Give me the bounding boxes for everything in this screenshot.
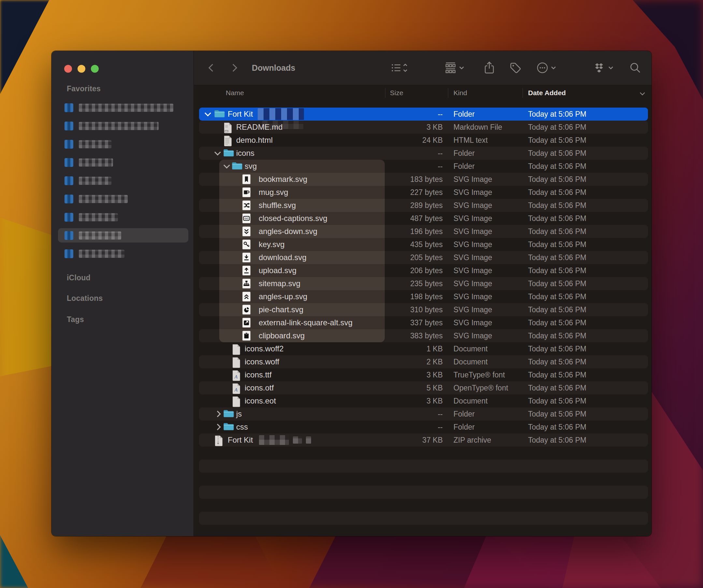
file-date-added: Today at 5:06 PM: [528, 173, 587, 186]
more-options-button[interactable]: [537, 51, 557, 85]
column-header-date-added[interactable]: Date Added: [528, 85, 566, 101]
table-row[interactable]: angles-up.svg198 bytesSVG ImageToday at …: [194, 290, 651, 303]
column-header-kind[interactable]: Kind: [454, 85, 467, 101]
tag-button[interactable]: [509, 51, 522, 85]
table-row[interactable]: Fort Kit--FolderToday at 5:06 PM: [194, 107, 651, 121]
file-list: Fort Kit--FolderToday at 5:06 PMMDREADME…: [194, 101, 651, 536]
file-name: icons.woff: [245, 355, 279, 368]
sidebar-item-favorite[interactable]: [58, 155, 188, 169]
table-row[interactable]: icons.eot3 KBDocumentToday at 5:06 PM: [194, 394, 651, 408]
sort-direction-chevron-icon[interactable]: [639, 92, 646, 97]
table-row[interactable]: upload.svg206 bytesSVG ImageToday at 5:0…: [194, 264, 651, 277]
table-row[interactable]: Aicons.otf5 KBOpenType® fontToday at 5:0…: [194, 381, 651, 394]
file-date-added: Today at 5:06 PM: [528, 134, 587, 147]
column-divider[interactable]: [448, 88, 448, 98]
window-title: Downloads: [252, 51, 295, 85]
table-row[interactable]: icons--FolderToday at 5:06 PM: [194, 147, 651, 160]
zoom-button[interactable]: [91, 65, 99, 73]
disclosure-down-icon[interactable]: [205, 110, 211, 117]
table-row[interactable]: js--FolderToday at 5:06 PM: [194, 408, 651, 421]
redacted-name-block: [306, 436, 311, 444]
close-button[interactable]: [64, 65, 72, 73]
file-date-added: Today at 5:06 PM: [528, 186, 587, 199]
disclosure-down-icon[interactable]: [214, 149, 221, 155]
table-row[interactable]: shuffle.svg289 bytesSVG ImageToday at 5:…: [194, 199, 651, 212]
sidebar-item-favorite[interactable]: [58, 137, 188, 151]
sidebar-item-redacted-label: [79, 231, 121, 239]
file-size: 3 KB: [376, 121, 443, 134]
favorites-section-label: Favorites: [67, 84, 101, 93]
table-row[interactable]: MDREADME.md3 KBMarkdown FileToday at 5:0…: [194, 121, 651, 134]
table-row[interactable]: bookmark.svg183 bytesSVG ImageToday at 5…: [194, 173, 651, 186]
file-size: --: [376, 160, 443, 173]
table-row[interactable]: Aicons.ttf3 KBTrueType® fontToday at 5:0…: [194, 368, 651, 381]
zip-icon: [214, 435, 224, 448]
file-kind: SVG Image: [454, 329, 492, 342]
file-kind: SVG Image: [454, 199, 492, 212]
file-name: download.svg: [259, 251, 307, 264]
share-button[interactable]: [484, 51, 495, 85]
table-row[interactable]: clipboard.svg383 bytesSVG ImageToday at …: [194, 329, 651, 342]
table-row[interactable]: icons.woff2 KBDocumentToday at 5:06 PM: [194, 355, 651, 368]
sidebar-item-icon: [65, 195, 73, 203]
group-view-button[interactable]: [445, 51, 466, 85]
table-row[interactable]: angles-down.svg196 bytesSVG ImageToday a…: [194, 225, 651, 238]
column-header-name[interactable]: Name: [226, 85, 244, 101]
table-row[interactable]: pie-chart.svg310 bytesSVG ImageToday at …: [194, 303, 651, 316]
file-date-added: Today at 5:06 PM: [528, 199, 587, 212]
file-name: css: [236, 421, 248, 434]
sidebar-item-redacted-label: [79, 213, 118, 221]
table-row[interactable]: css--FolderToday at 5:06 PM: [194, 421, 651, 434]
dropbox-button[interactable]: [593, 51, 615, 85]
minimize-button[interactable]: [78, 65, 85, 73]
table-row[interactable]: demo.html24 KBHTML textToday at 5:06 PM: [194, 134, 651, 147]
file-date-added: Today at 5:06 PM: [528, 394, 587, 408]
table-row[interactable]: Fort Kit37 KBZIP archiveToday at 5:06 PM: [194, 434, 651, 447]
disclosure-right-icon[interactable]: [214, 424, 221, 430]
file-name: mug.svg: [259, 186, 288, 199]
table-row[interactable]: download.svg205 bytesSVG ImageToday at 5…: [194, 251, 651, 264]
sidebar-item-redacted-label: [79, 195, 128, 203]
forward-button[interactable]: [230, 51, 239, 85]
sidebar-item-favorite[interactable]: [58, 100, 188, 115]
sidebar-item-favorite[interactable]: [58, 173, 188, 188]
column-divider[interactable]: [385, 88, 385, 98]
file-size: --: [376, 107, 443, 121]
file-date-added: Today at 5:06 PM: [528, 303, 587, 316]
disclosure-right-icon[interactable]: [214, 411, 221, 417]
table-row[interactable]: CCclosed-captions.svg487 bytesSVG ImageT…: [194, 212, 651, 225]
disclosure-down-icon[interactable]: [224, 162, 230, 168]
file-name: icons.ttf: [245, 368, 272, 381]
sidebar-item-favorite[interactable]: [58, 119, 188, 133]
file-name: angles-down.svg: [259, 225, 317, 238]
sidebar-item-favorite[interactable]: [58, 210, 188, 224]
table-row[interactable]: external-link-square-alt.svg337 bytesSVG…: [194, 316, 651, 329]
sidebar: Favorites iCloud Locations Tags: [52, 51, 194, 536]
sidebar-item-favorite[interactable]: [58, 228, 188, 242]
svg-cc-icon: CC: [242, 214, 250, 225]
sidebar-item-redacted-label: [79, 104, 173, 112]
file-name: upload.svg: [259, 264, 297, 277]
table-row[interactable]: sitemap.svg235 bytesSVG ImageToday at 5:…: [194, 277, 651, 290]
sidebar-item-favorite[interactable]: [58, 246, 188, 261]
column-header-size[interactable]: Size: [390, 85, 403, 101]
table-row[interactable]: icons.woff21 KBDocumentToday at 5:06 PM: [194, 342, 651, 355]
sidebar-item-favorite[interactable]: [58, 192, 188, 206]
file-date-added: Today at 5:06 PM: [528, 147, 587, 160]
file-name: Fort Kit: [228, 107, 253, 121]
svg-text:CC: CC: [245, 217, 248, 220]
sidebar-item-icon: [65, 140, 73, 149]
table-row[interactable]: mug.svg227 bytesSVG ImageToday at 5:06 P…: [194, 186, 651, 199]
file-size: --: [376, 421, 443, 434]
search-icon[interactable]: [629, 51, 641, 85]
table-row[interactable]: svg--FolderToday at 5:06 PM: [194, 160, 651, 173]
file-kind: TrueType® font: [454, 368, 505, 381]
sidebar-item-redacted-label: [79, 177, 111, 185]
file-date-added: Today at 5:06 PM: [528, 368, 587, 381]
list-view-sort-button[interactable]: [391, 51, 408, 85]
tags-section-label: Tags: [67, 315, 84, 324]
table-row[interactable]: key.svg435 bytesSVG ImageToday at 5:06 P…: [194, 238, 651, 251]
file-name: closed-captions.svg: [259, 212, 327, 225]
back-button[interactable]: [207, 51, 215, 85]
column-divider[interactable]: [523, 88, 523, 98]
